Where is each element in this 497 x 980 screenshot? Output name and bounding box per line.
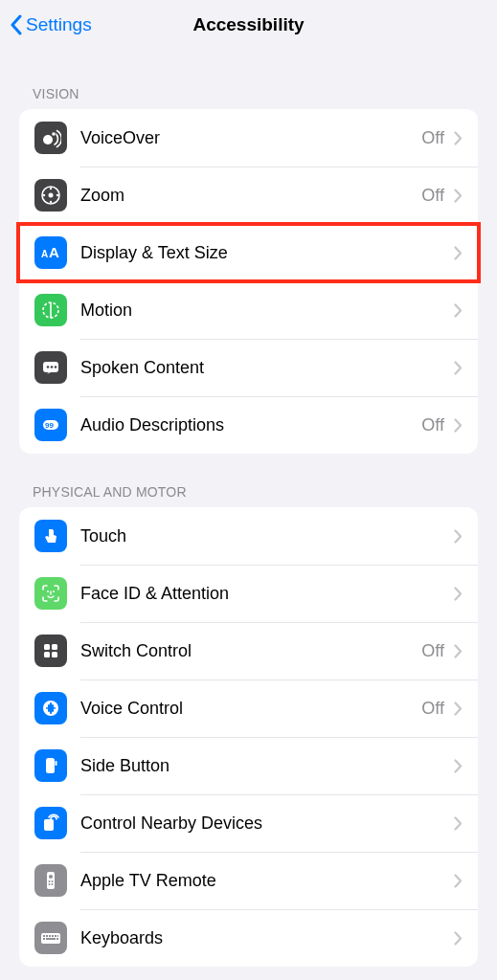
content: Vision VoiceOver Off Zoom Off AA Display… — [0, 50, 497, 967]
svg-rect-44 — [49, 935, 51, 937]
svg-rect-43 — [46, 935, 48, 937]
row-status: Off — [421, 128, 444, 148]
row-switch-control[interactable]: Switch Control Off — [19, 622, 478, 679]
chevron-right-icon — [454, 303, 463, 318]
svg-rect-33 — [56, 761, 57, 766]
svg-rect-32 — [46, 758, 55, 773]
chevron-right-icon — [454, 816, 463, 831]
svg-text:A: A — [49, 244, 59, 260]
group-physical-motor: Touch Face ID & Attention Switch Control… — [19, 507, 478, 967]
row-label: Audio Descriptions — [80, 415, 421, 435]
svg-rect-23 — [52, 644, 57, 650]
svg-text:A: A — [41, 249, 48, 259]
svg-point-6 — [50, 201, 52, 203]
row-keyboards[interactable]: Keyboards — [19, 909, 478, 967]
row-label: Keyboards — [80, 928, 454, 948]
chevron-right-icon — [454, 874, 463, 888]
svg-rect-42 — [43, 935, 45, 937]
row-control-nearby[interactable]: Control Nearby Devices — [19, 794, 478, 852]
audio-descriptions-icon: 99 — [34, 409, 67, 441]
chevron-right-icon — [454, 759, 463, 773]
svg-point-4 — [49, 193, 54, 198]
svg-rect-35 — [47, 872, 55, 889]
row-zoom[interactable]: Zoom Off — [19, 167, 478, 224]
svg-rect-22 — [44, 644, 50, 650]
svg-point-0 — [43, 135, 53, 145]
row-label: Zoom — [80, 186, 421, 206]
row-audio-descriptions[interactable]: 99 Audio Descriptions Off — [19, 396, 478, 454]
side-button-icon — [34, 749, 67, 782]
row-label: Face ID & Attention — [80, 584, 454, 604]
navbar: Settings Accessibility — [0, 0, 497, 50]
page-title: Accessibility — [192, 14, 304, 35]
row-faceid-attention[interactable]: Face ID & Attention — [19, 565, 478, 622]
chevron-right-icon — [454, 931, 463, 946]
svg-point-40 — [52, 883, 54, 885]
row-voice-control[interactable]: Voice Control Off — [19, 679, 478, 737]
row-label: Switch Control — [80, 641, 421, 661]
svg-rect-34 — [44, 819, 54, 831]
svg-rect-50 — [56, 938, 58, 940]
chevron-right-icon — [454, 246, 463, 260]
row-label: VoiceOver — [80, 128, 421, 148]
chevron-right-icon — [454, 418, 463, 433]
svg-point-14 — [47, 366, 50, 368]
row-status: Off — [421, 699, 444, 719]
svg-point-37 — [49, 880, 51, 882]
voiceover-icon — [34, 122, 67, 154]
back-button[interactable]: Settings — [10, 14, 92, 35]
svg-text:99: 99 — [45, 421, 54, 430]
voice-control-icon — [34, 692, 67, 724]
svg-point-20 — [53, 590, 55, 592]
svg-point-16 — [55, 366, 57, 368]
svg-point-7 — [43, 194, 45, 196]
motion-icon — [34, 294, 67, 326]
chevron-right-icon — [454, 189, 463, 203]
svg-rect-46 — [55, 935, 56, 937]
section-header-vision: Vision — [19, 50, 478, 109]
svg-rect-48 — [43, 938, 45, 940]
back-chevron-icon — [10, 14, 23, 35]
control-nearby-icon — [34, 807, 67, 839]
section-header-physical-motor: Physical and Motor — [19, 454, 478, 507]
touch-icon — [34, 520, 67, 552]
row-spoken-content[interactable]: Spoken Content — [19, 339, 478, 396]
row-display-text-size[interactable]: AA Display & Text Size — [19, 224, 478, 281]
svg-point-15 — [51, 366, 54, 368]
svg-rect-25 — [52, 652, 57, 657]
row-label: Apple TV Remote — [80, 871, 454, 891]
svg-rect-47 — [57, 935, 58, 937]
svg-point-39 — [49, 883, 51, 885]
row-apple-tv-remote[interactable]: Apple TV Remote — [19, 852, 478, 909]
group-vision: VoiceOver Off Zoom Off AA Display & Text… — [19, 109, 478, 454]
row-motion[interactable]: Motion — [19, 281, 478, 339]
row-voiceover[interactable]: VoiceOver Off — [19, 109, 478, 167]
row-status: Off — [421, 415, 444, 435]
svg-rect-45 — [52, 935, 54, 937]
svg-point-19 — [47, 590, 49, 592]
apple-tv-remote-icon — [34, 864, 67, 897]
row-status: Off — [421, 186, 444, 206]
chevron-right-icon — [454, 361, 463, 375]
spoken-content-icon — [34, 351, 67, 384]
keyboards-icon — [34, 922, 67, 954]
svg-point-8 — [56, 194, 58, 196]
faceid-attention-icon — [34, 577, 67, 610]
display-text-size-icon: AA — [34, 236, 67, 269]
chevron-right-icon — [454, 644, 463, 658]
chevron-right-icon — [454, 587, 463, 601]
back-label: Settings — [26, 14, 92, 35]
svg-point-36 — [49, 875, 53, 879]
row-label: Spoken Content — [80, 358, 454, 378]
row-side-button[interactable]: Side Button — [19, 737, 478, 794]
chevron-right-icon — [454, 702, 463, 716]
row-label: Control Nearby Devices — [80, 813, 454, 834]
chevron-right-icon — [454, 131, 463, 145]
svg-point-38 — [52, 880, 54, 882]
switch-control-icon — [34, 635, 67, 667]
row-touch[interactable]: Touch — [19, 507, 478, 565]
svg-point-2 — [52, 132, 56, 136]
zoom-icon — [34, 179, 67, 212]
row-label: Touch — [80, 526, 454, 546]
row-label: Voice Control — [80, 699, 421, 719]
